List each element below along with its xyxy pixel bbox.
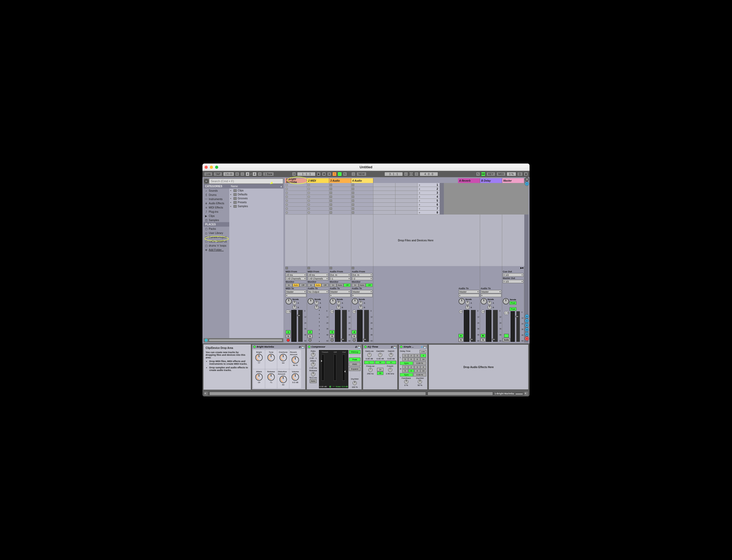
clip-stop-icon[interactable] (330, 200, 332, 202)
low-kill-button[interactable]: L (364, 361, 374, 364)
name-column-header[interactable]: Name▴ (229, 184, 283, 189)
track-activator-button[interactable]: 2 (308, 330, 312, 334)
clip-stop-icon[interactable] (308, 184, 310, 186)
clip-slot[interactable] (307, 191, 329, 195)
delay-beat-button[interactable]: 3 (414, 354, 420, 357)
send-a-knob[interactable] (314, 301, 319, 305)
clip-slot[interactable] (307, 187, 329, 191)
offset-l-field[interactable]: 0.00 % (413, 362, 426, 365)
input-channel-select[interactable]: ! 1 (330, 277, 350, 280)
scene-launch[interactable]: ▸1 (418, 183, 440, 187)
automation-arm-icon[interactable]: ⤺ (338, 172, 342, 176)
link-button[interactable]: Link (420, 350, 426, 353)
input-type-select[interactable]: All Ins (286, 273, 306, 277)
volume-fader[interactable] (516, 311, 520, 342)
mixer-toggle-icon[interactable]: M (525, 328, 529, 332)
punch-out-icon[interactable]: ¬ (414, 172, 419, 176)
pan-knob[interactable] (352, 298, 358, 304)
track-activator-button[interactable]: B (481, 334, 485, 338)
slope-24-button[interactable]: 24 (377, 368, 383, 371)
key-button[interactable]: KEY (486, 172, 495, 176)
preview-play-icon[interactable]: ▶ (204, 179, 209, 184)
clip-slot[interactable] (307, 199, 329, 203)
pan-knob[interactable] (286, 298, 292, 304)
macro-knob[interactable] (267, 373, 275, 381)
cue-out-select[interactable]: !! 1/2 (503, 273, 523, 277)
place-packs[interactable]: ▢Packs (204, 227, 229, 231)
close-icon[interactable] (205, 166, 208, 169)
clip-slot[interactable] (285, 183, 307, 187)
clip-slot[interactable] (285, 191, 307, 195)
pan-knob[interactable] (481, 298, 487, 304)
send-b-knob[interactable] (465, 305, 470, 309)
clip-stop-icon[interactable] (308, 200, 310, 202)
clip-slot[interactable] (285, 195, 307, 199)
arm-button[interactable] (331, 339, 334, 342)
clip-stop-icon[interactable] (286, 200, 288, 202)
clip-stop-icon[interactable] (308, 192, 310, 194)
send-a-knob[interactable] (292, 301, 297, 305)
clip-slot[interactable] (307, 211, 329, 215)
clip-slot[interactable] (351, 195, 373, 199)
view-mode-icon[interactable]: 〰 (333, 385, 335, 388)
clip-stop-icon[interactable] (308, 211, 310, 214)
save-preset-icon[interactable]: 💾 (423, 345, 426, 348)
category-plug-ins[interactable]: ⤴Plug-ins (204, 210, 229, 214)
io-toggle-icon[interactable]: io (525, 314, 529, 318)
clip-stop-icon[interactable] (352, 207, 354, 210)
clip-stop-icon[interactable] (286, 196, 288, 198)
clip-stop-icon[interactable] (352, 184, 354, 186)
delay-beat-button[interactable]: 4 (420, 354, 426, 357)
send-a-knob[interactable] (487, 301, 492, 305)
quantize-menu[interactable]: 1 Bar ▾ (263, 172, 274, 176)
clip-stop-icon[interactable] (352, 211, 354, 214)
category-instruments[interactable]: 〰Instruments (204, 197, 229, 201)
input-type-select[interactable]: Ext. In (352, 273, 373, 277)
metronome-icon[interactable]: ≡ (235, 172, 239, 176)
help-view-icon[interactable]: ▲ (204, 392, 208, 395)
master-out-select[interactable]: !! 1/2 (503, 280, 523, 283)
volume-fader[interactable] (493, 310, 498, 342)
category-samples[interactable]: ◫Samples (204, 218, 229, 222)
drywet-knob[interactable] (418, 380, 422, 384)
send-a-knob[interactable] (337, 301, 341, 305)
rms-button[interactable]: RMS (349, 362, 360, 366)
delay-beat-button[interactable]: 6 (408, 358, 414, 361)
clip-stop-icon[interactable] (286, 211, 288, 214)
solo-button[interactable]: Solo (503, 338, 510, 342)
session-view-icon[interactable]: ⊞ (525, 177, 529, 181)
send-a-knob[interactable] (359, 301, 363, 305)
freq-hi-knob[interactable] (388, 368, 392, 372)
clip-stop-icon[interactable] (308, 207, 310, 210)
clip-slot[interactable] (351, 191, 373, 195)
solo-button[interactable]: S (286, 334, 291, 338)
monitor-auto-button[interactable]: Auto (315, 283, 322, 287)
send-b-knob[interactable] (337, 305, 341, 309)
scene-launch[interactable]: ▸2 (418, 187, 440, 191)
peak-button[interactable]: Peak (349, 358, 360, 362)
output-channel-select[interactable] (459, 294, 479, 297)
category-midi-effects[interactable]: ⤭MIDI Effects (204, 205, 229, 210)
monitor-in-button[interactable]: In (330, 283, 337, 287)
delay-toggle-icon[interactable]: D (525, 332, 529, 336)
delay-beat-button[interactable]: 16 (420, 369, 426, 373)
sends-toggle-icon[interactable]: S (525, 319, 529, 323)
monitor-in-button[interactable]: In (286, 283, 292, 287)
pan-knob[interactable] (330, 298, 336, 304)
draw-icon[interactable]: ✎ (476, 172, 480, 176)
clip-slot[interactable] (351, 199, 373, 203)
delay-beat-button[interactable]: 5 (402, 369, 408, 373)
nudge-down-icon[interactable]: ‹ (240, 172, 245, 176)
volume-display[interactable]: -6.35 (504, 311, 509, 315)
solo-button[interactable]: S (352, 334, 357, 338)
stop-all-icon[interactable] (330, 267, 332, 269)
scene-launch[interactable]: ▸5 (418, 199, 440, 203)
solo-button[interactable]: S (308, 334, 312, 338)
scene-play-icon[interactable]: ▸ (419, 184, 420, 186)
record-icon[interactable]: ● (327, 172, 331, 176)
folder-defaults[interactable]: ▸Defaults (229, 192, 283, 196)
save-preset-icon[interactable]: 💾 (301, 345, 304, 348)
monitor-auto-button[interactable]: Auto (293, 283, 299, 287)
output-channel-select[interactable] (330, 294, 350, 297)
input-channel-select[interactable]: ! 2 (352, 277, 373, 280)
